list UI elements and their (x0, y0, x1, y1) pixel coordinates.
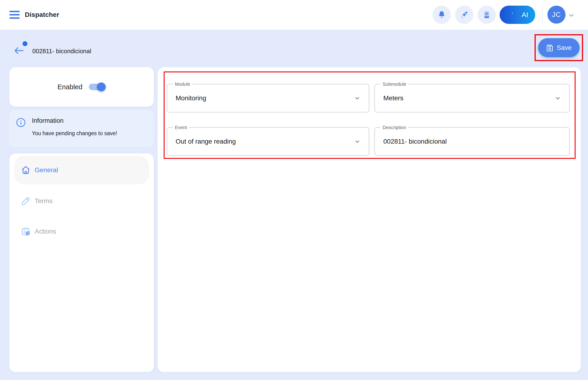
calendar-add-icon (21, 226, 31, 237)
sidebar-item-terms[interactable]: Terms (14, 187, 149, 215)
app-title: Dispatcher (25, 11, 59, 19)
book-icon (482, 10, 491, 19)
home-icon (21, 165, 31, 175)
docs-button[interactable] (478, 6, 496, 24)
rocket-icon (459, 10, 469, 20)
sidebar-item-label: Actions (35, 228, 56, 235)
description-input[interactable]: Description 002811- bicondicional (374, 127, 570, 156)
submodule-select[interactable]: Submodule Meters (374, 84, 570, 113)
enabled-label: Enabled (58, 83, 82, 91)
save-disk-icon (546, 44, 553, 52)
page-title: 002811- bicondicional (32, 48, 91, 55)
ai-button-label: AI (522, 11, 528, 19)
event-select[interactable]: Event Out of range reading (167, 127, 369, 156)
chevron-down-icon (354, 138, 361, 145)
sidebar-item-actions[interactable]: Actions (14, 217, 149, 246)
enabled-card: Enabled (9, 67, 154, 107)
chevron-down-icon (554, 95, 561, 102)
save-button-label: Save (557, 44, 572, 52)
menu-icon[interactable] (9, 11, 20, 19)
avatar[interactable]: JC (547, 6, 566, 24)
field-value: Monitoring (176, 95, 206, 102)
back-button[interactable] (14, 46, 24, 55)
toggle-thumb (97, 82, 106, 91)
field-value: Out of range reading (176, 138, 236, 145)
sidebar-item-general[interactable]: General (14, 156, 149, 184)
header-divider (542, 6, 543, 24)
notification-dot (22, 41, 27, 46)
avatar-initials: JC (552, 11, 561, 19)
sidebar-item-label: General (35, 166, 58, 174)
sparkle-icon (512, 13, 513, 14)
chevron-down-icon[interactable] (568, 12, 575, 19)
info-icon (16, 118, 26, 127)
sidebar-nav: General Terms Actions (9, 153, 154, 372)
sidebar-item-label: Terms (35, 197, 53, 205)
app-bar: Dispatcher AI (0, 0, 588, 30)
launch-button[interactable] (455, 6, 473, 24)
notifications-button[interactable] (433, 6, 451, 24)
field-label: Description (381, 125, 408, 130)
field-label: Submodule (381, 81, 408, 87)
enabled-toggle[interactable] (89, 82, 106, 91)
pencil-icon (21, 196, 31, 206)
field-label: Event (173, 125, 189, 130)
module-select[interactable]: Module Monitoring (167, 84, 369, 113)
ai-assistant-button[interactable]: AI (500, 6, 535, 24)
info-title: Information (32, 117, 63, 124)
bell-icon (437, 10, 446, 19)
field-value: Meters (383, 95, 404, 102)
info-message: You have pending changes to save! (32, 130, 117, 137)
chevron-down-icon (354, 95, 361, 102)
info-card: Information You have pending changes to … (9, 110, 154, 147)
save-button[interactable]: Save (538, 38, 580, 57)
field-label: Module (173, 81, 192, 87)
field-value: 002811- bicondicional (383, 138, 447, 145)
